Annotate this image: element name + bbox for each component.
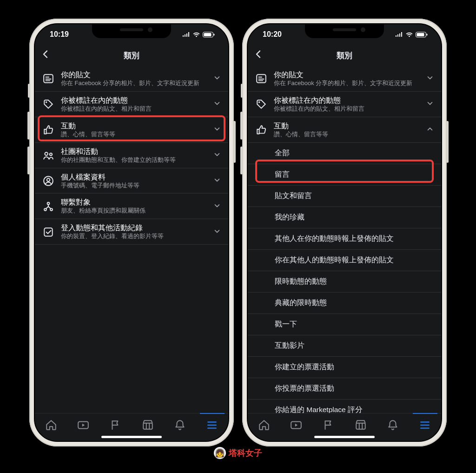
category-subtitle: 你的裝置、登入紀錄、看過的影片等等 <box>61 233 207 240</box>
interact-sub-item[interactable]: 典藏的限時動態 <box>248 293 441 314</box>
tab-watch[interactable] <box>67 413 99 436</box>
watermark-avatar-icon: 👧 <box>214 447 226 459</box>
home-icon <box>45 419 57 431</box>
tab-home[interactable] <box>248 413 280 436</box>
logins-icon <box>42 227 54 238</box>
interact-sub-item[interactable]: 留言 <box>248 164 441 186</box>
bell-icon <box>174 419 186 431</box>
category-title: 你的貼文 <box>61 70 207 80</box>
interact-sub-item[interactable]: 你建立的票選活動 <box>248 357 441 378</box>
interact-sub-item[interactable]: 戳一下 <box>248 314 441 335</box>
home-icon <box>258 419 270 431</box>
interact-sub-item[interactable]: 互動影片 <box>248 335 441 357</box>
category-row-profile[interactable]: 個人檔案資料手機號碼、電子郵件地址等等 <box>35 168 228 194</box>
category-subtitle: 你被標註在內的貼文、相片和留言 <box>274 105 420 113</box>
connect-icon <box>42 201 54 212</box>
tagged-icon <box>42 99 54 110</box>
category-row-posts[interactable]: 你的貼文你在 Facebook 分享的相片、影片、文字和近況更新 <box>248 66 441 92</box>
tab-watch[interactable] <box>280 413 312 436</box>
status-indicators <box>395 32 428 38</box>
tab-pages[interactable] <box>312 413 344 436</box>
interact-sub-item[interactable]: 貼文和留言 <box>248 186 441 207</box>
tab-menu[interactable] <box>196 413 228 436</box>
home-indicator[interactable] <box>314 436 375 438</box>
chevron-left-icon <box>41 50 51 59</box>
category-subtitle: 你的社團動態和互動、你曾建立的活動等等 <box>61 156 207 164</box>
chevron-down-icon <box>213 202 221 211</box>
category-subtitle: 你在 Facebook 分享的相片、影片、文字和近況更新 <box>61 80 207 87</box>
back-button[interactable] <box>254 50 264 61</box>
interact-icon <box>255 124 267 135</box>
posts-icon <box>255 73 267 84</box>
notch <box>305 24 384 38</box>
category-title: 你的貼文 <box>274 70 420 80</box>
wifi-icon <box>192 32 200 37</box>
category-subtitle: 你在 Facebook 分享的相片、影片、文字和近況更新 <box>274 80 420 87</box>
category-row-tagged[interactable]: 你被標註在內的動態你被標註在內的貼文、相片和留言 <box>248 92 441 117</box>
flag-icon <box>322 419 334 431</box>
category-row-interact[interactable]: 互動讚、心情、留言等等 <box>248 117 441 143</box>
category-row-connect[interactable]: 聯繫對象朋友、粉絲專頁按讚和親屬關係 <box>35 193 228 219</box>
header: 類別 <box>35 45 228 66</box>
status-time: 10:20 <box>263 30 282 39</box>
watch-icon <box>290 419 302 431</box>
wifi-icon <box>405 32 413 37</box>
category-row-interact[interactable]: 互動讚、心情、留言等等 <box>35 117 228 143</box>
menu-icon <box>419 419 431 431</box>
category-title: 互動 <box>61 121 207 131</box>
tab-notifications[interactable] <box>164 413 196 436</box>
menu-icon <box>206 419 218 431</box>
category-title: 你被標註在內的動態 <box>61 96 207 105</box>
category-row-posts[interactable]: 你的貼文你在 Facebook 分享的相片、影片、文字和近況更新 <box>35 66 228 92</box>
category-row-tagged[interactable]: 你被標註在內的動態你被標註在內的貼文、相片和留言 <box>35 92 228 117</box>
category-title: 互動 <box>274 121 420 131</box>
header: 類別 <box>248 45 441 66</box>
interact-sub-item[interactable]: 我的珍藏 <box>248 207 441 228</box>
interact-sub-item[interactable]: 其他人在你的動態時報上發佈的貼文 <box>248 228 441 250</box>
category-subtitle: 讚、心情、留言等等 <box>61 131 207 139</box>
market-icon <box>142 419 154 431</box>
home-indicator[interactable] <box>101 436 162 438</box>
category-subtitle: 朋友、粉絲專頁按讚和親屬關係 <box>61 207 207 215</box>
phone-right: 10:20 類別 你的貼文你在 Facebook 分享的相片、影片、文字和近況更… <box>242 19 447 446</box>
signal-icon <box>395 32 403 37</box>
interact-sub-item[interactable]: 限時動態的動態 <box>248 271 441 293</box>
chevron-down-icon <box>213 74 221 83</box>
tab-market[interactable] <box>132 413 164 436</box>
tab-notifications[interactable] <box>377 413 409 436</box>
interact-sub-item[interactable]: 你給過的 Marketplace 評分 <box>248 400 441 413</box>
category-row-groups[interactable]: 社團和活動你的社團動態和互動、你曾建立的活動等等 <box>35 143 228 168</box>
interact-icon <box>42 124 54 135</box>
category-title: 個人檔案資料 <box>61 173 207 182</box>
market-icon <box>355 419 367 431</box>
chevron-down-icon <box>213 227 221 237</box>
tab-market[interactable] <box>344 413 377 436</box>
chevron-down-icon <box>213 151 221 160</box>
notch <box>92 24 171 38</box>
status-time: 10:19 <box>50 30 69 39</box>
status-indicators <box>182 32 215 38</box>
category-title: 登入動態和其他活動紀錄 <box>61 223 207 233</box>
interact-sub-item[interactable]: 你在其他人的動態時報上發佈的貼文 <box>248 250 441 271</box>
posts-icon <box>42 73 54 84</box>
chevron-down-icon <box>426 100 434 109</box>
chevron-down-icon <box>213 176 221 186</box>
interact-sublist: 全部留言貼文和留言我的珍藏其他人在你的動態時報上發佈的貼文你在其他人的動態時報上… <box>248 143 441 413</box>
tab-home[interactable] <box>35 413 67 436</box>
phone-left: 10:19 類別 你的貼文你在 Facebook 分享的相片、影片、文字和近況更… <box>29 19 234 446</box>
category-subtitle: 手機號碼、電子郵件地址等等 <box>61 182 207 190</box>
category-subtitle: 你被標註在內的貼文、相片和留言 <box>61 105 207 113</box>
chevron-down-icon <box>426 74 434 83</box>
interact-sub-item[interactable]: 你投票的票選活動 <box>248 378 441 400</box>
category-subtitle: 讚、心情、留言等等 <box>274 131 420 139</box>
chevron-up-icon <box>426 125 434 134</box>
category-row-logins[interactable]: 登入動態和其他活動紀錄你的裝置、登入紀錄、看過的影片等等 <box>35 219 228 245</box>
back-button[interactable] <box>41 50 51 61</box>
interact-sub-item[interactable]: 全部 <box>248 143 441 164</box>
tab-menu[interactable] <box>409 413 441 436</box>
tab-pages[interactable] <box>99 413 132 436</box>
battery-icon <box>416 32 428 38</box>
groups-icon <box>42 150 54 161</box>
chevron-down-icon <box>213 125 221 134</box>
chevron-left-icon <box>254 50 264 59</box>
